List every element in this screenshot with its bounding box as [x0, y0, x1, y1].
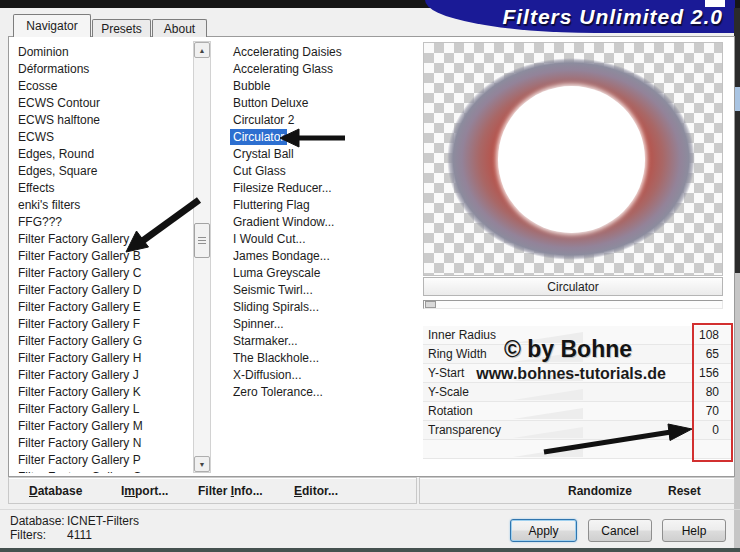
reset-button[interactable]: Reset [668, 484, 701, 498]
title-banner: Filters Unlimited 2.0 [425, 0, 735, 33]
preview-ring-hole [498, 86, 645, 233]
filter-list-item[interactable]: Fluttering Flag [222, 197, 420, 214]
scroll-down-icon[interactable]: ▼ [194, 456, 210, 472]
category-list: DominionDéformationsEcosseECWS ContourEC… [12, 40, 192, 473]
filter-list-item[interactable]: James Bondage... [222, 248, 420, 265]
filter-list-item[interactable]: Accelerating Daisies [222, 44, 420, 61]
filter-list-item[interactable]: Button Deluxe [222, 95, 420, 112]
category-list-item[interactable]: Filter Factory Gallery G [12, 333, 192, 350]
category-list-item[interactable]: FFG??? [12, 214, 192, 231]
category-list-item[interactable]: Filter Factory Gallery C [12, 265, 192, 282]
category-list-item[interactable]: Filter Factory Gallery P [12, 452, 192, 469]
scrollbar-grip-icon [198, 237, 206, 244]
filter-list-item-label: Fluttering Flag [230, 197, 313, 213]
category-list-item[interactable]: enki's filters [12, 197, 192, 214]
category-list-item[interactable]: Filter Factory Gallery E [12, 299, 192, 316]
tab-navigator[interactable]: Navigator [13, 14, 91, 37]
database-button[interactable]: Database [29, 484, 82, 498]
filter-list-item[interactable]: Circulator 2 [222, 112, 420, 129]
status-database-value: ICNET-Filters [67, 514, 139, 528]
title-corner-highlight [705, 0, 725, 7]
scroll-up-icon[interactable]: ▲ [194, 42, 210, 58]
parameter-empty-row [423, 440, 732, 459]
category-list-item[interactable]: Filter Factory Gallery B [12, 248, 192, 265]
filter-list: Accelerating DaisiesAccelerating GlassBu… [222, 40, 420, 473]
category-list-item[interactable]: Edges, Round [12, 146, 192, 163]
filter-list-item[interactable]: Luma Greyscale [222, 265, 420, 282]
filter-list-item-label: X-Diffusion... [230, 367, 304, 383]
filter-list-item-label: Sliding Spirals... [230, 299, 322, 315]
status-filters-label: Filters: [10, 528, 66, 542]
category-list-item[interactable]: Effects [12, 180, 192, 197]
status-database-label: Database: [10, 514, 66, 528]
category-scrollbar[interactable]: ▲ ▼ [193, 41, 211, 473]
apply-button[interactable]: Apply [510, 519, 577, 542]
category-list-item[interactable]: ECWS [12, 129, 192, 146]
parameter-slider-row[interactable]: Y-Scale 80 [423, 383, 732, 402]
category-list-item[interactable]: Filter Factory Gallery D [12, 282, 192, 299]
parameter-label: Ring Width [423, 347, 487, 361]
cancel-button[interactable]: Cancel [588, 519, 652, 542]
category-list-item[interactable]: Filter Factory Gallery K [12, 384, 192, 401]
category-list-item[interactable]: Dominion [12, 44, 192, 61]
parameter-label: Inner Radius [423, 328, 496, 342]
category-list-item[interactable]: Déformations [12, 61, 192, 78]
filter-list-item[interactable]: Accelerating Glass [222, 61, 420, 78]
filter-list-item[interactable]: Cut Glass [222, 163, 420, 180]
tab-about[interactable]: About [152, 19, 207, 37]
tab-presets[interactable]: Presets [92, 19, 151, 37]
filter-list-item[interactable]: Spinner... [222, 316, 420, 333]
filter-list-item[interactable]: Circulator [222, 129, 420, 146]
category-list-item[interactable]: Filter Factory Gallery N [12, 435, 192, 452]
category-list-item[interactable]: Edges, Square [12, 163, 192, 180]
parameter-label: Y-Scale [423, 385, 469, 399]
filter-list-item-label: I Would Cut... [230, 231, 308, 247]
filter-list-item[interactable]: Seismic Twirl... [222, 282, 420, 299]
filter-list-item[interactable]: Filesize Reducer... [222, 180, 420, 197]
filter-list-item[interactable]: I Would Cut... [222, 231, 420, 248]
filter-list-item[interactable]: Gradient Window... [222, 214, 420, 231]
filter-list-item[interactable]: X-Diffusion... [222, 367, 420, 384]
filter-preview[interactable] [423, 42, 723, 276]
filter-list-item-label: Seismic Twirl... [230, 282, 316, 298]
editor-button[interactable]: Editor... [294, 484, 338, 498]
scrollbar-thumb[interactable] [194, 223, 210, 258]
filter-list-item[interactable]: The Blackhole... [222, 350, 420, 367]
filter-list-item-label: The Blackhole... [230, 350, 322, 366]
filter-list-item[interactable]: Zero Tolerance... [222, 384, 420, 401]
import-button[interactable]: Import... [121, 484, 168, 498]
filter-list-item[interactable]: Crystal Ball [222, 146, 420, 163]
randomize-button[interactable]: Randomize [568, 484, 632, 498]
category-list-item[interactable]: Filter Factory Gallery A [12, 231, 192, 248]
status-divider [0, 509, 740, 510]
preview-caption-bar: Circulator [423, 277, 723, 296]
filter-list-item-label: James Bondage... [230, 248, 333, 264]
filter-list-item-label: Crystal Ball [230, 146, 297, 162]
filter-list-item-label: Spinner... [230, 316, 287, 332]
help-button[interactable]: Help [662, 519, 726, 542]
category-list-item[interactable]: Filter Factory Gallery H [12, 350, 192, 367]
category-list-item[interactable]: Filter Factory Gallery L [12, 401, 192, 418]
filters-unlimited-dialog: Filters Unlimited 2.0 Navigator Presets … [0, 0, 740, 552]
parameter-slider-row[interactable]: Transparency 0 [423, 421, 732, 440]
randomize-command-bar: Randomize Reset [419, 477, 735, 504]
category-list-item[interactable]: Filter Factory Gallery J [12, 367, 192, 384]
parameter-slider-row[interactable]: Rotation 70 [423, 402, 732, 421]
filter-list-item-label: Circulator 2 [230, 112, 297, 128]
filter-list-item[interactable]: Bubble [222, 78, 420, 95]
filter-list-item[interactable]: Sliding Spirals... [222, 299, 420, 316]
category-list-item[interactable]: Filter Factory Gallery M [12, 418, 192, 435]
status-filters-value: 4111 [67, 528, 92, 542]
filter-list-item[interactable]: Starmaker... [222, 333, 420, 350]
tab-navigator-label: Navigator [26, 19, 77, 33]
preview-zoom-slider-knob[interactable] [425, 301, 436, 308]
category-list-item[interactable]: Filter Factory Gallery Q [12, 469, 192, 473]
preview-zoom-slider[interactable] [423, 300, 723, 309]
filter-list-item-label: Bubble [230, 78, 273, 94]
filter-info-button[interactable]: Filter Info... [198, 484, 263, 498]
category-list-item[interactable]: ECWS Contour [12, 95, 192, 112]
filter-list-item-label: Button Deluxe [230, 95, 311, 111]
category-list-item[interactable]: ECWS halftone [12, 112, 192, 129]
category-list-item[interactable]: Filter Factory Gallery F [12, 316, 192, 333]
category-list-item[interactable]: Ecosse [12, 78, 192, 95]
